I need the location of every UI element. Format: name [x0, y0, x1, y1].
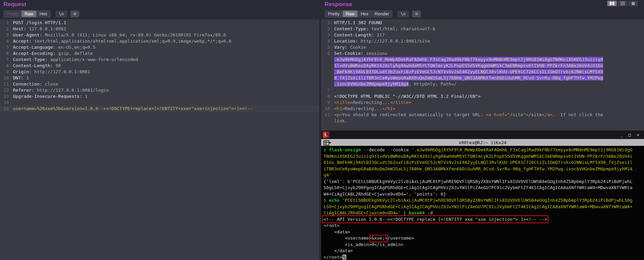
- code-segment: </title>: [390, 100, 411, 105]
- terminal-text: </data>: [324, 248, 353, 253]
- code-segment: session=: [363, 51, 387, 56]
- code-text: 8_f4jZsei1liTBR3nCe0yoWepG0aBX0uQmZmW2Ga…: [332, 75, 603, 81]
- code-segment: DNT:: [13, 75, 23, 80]
- tab-render[interactable]: Render: [371, 11, 392, 17]
- terminal-segment: -d: [425, 210, 432, 215]
- tab-raw[interactable]: Raw: [343, 11, 358, 17]
- rows-icon: [621, 2, 625, 5]
- line-number: 9: [0, 69, 11, 75]
- code-text: .ivocbVHGnbeZMdpmpe9jyhM1Ag4; HttpOnly; …: [332, 81, 457, 87]
- code-segment: </a>: [542, 112, 552, 117]
- layout-toolbar: [607, 1, 638, 6]
- terminal-text: S0gLS0+Cjxyb290PgogICAgPGRhdGE+CiAgICAgI…: [324, 185, 632, 190]
- terminal-segment: LS0+Cjxyb290PgogICAgPGRhdGE+CiAgICAgICAg…: [324, 204, 632, 209]
- terminal-segment: ❯: [324, 147, 326, 152]
- terminal-text: W4+CiAgICA8L2RhdGE+Cjwvcm9vdD4=', 'point…: [324, 192, 446, 197]
- code-segment: text/html; charset=utf-8: [369, 26, 435, 31]
- line-number: 3: [0, 32, 11, 38]
- code-segment: Accept-Encoding:: [13, 51, 55, 56]
- request-editor-menu-button[interactable]: ≡: [70, 11, 79, 17]
- terminal-segment: TN0KniXSKEGJ3uiziq911vdVsBWRexDAyRKt4JXz…: [324, 154, 632, 159]
- terminal-app-icon: $_: [323, 132, 329, 138]
- terminal-segment: [326, 198, 329, 203]
- terminal-text: <!-- API Version 1.0.0--><!DOCTYPE repla…: [324, 217, 547, 222]
- columns-view-button[interactable]: [607, 1, 617, 6]
- response-editor-menu-button[interactable]: ≡: [412, 11, 421, 17]
- terminal-line: <data>: [324, 229, 644, 235]
- code-segment: /site: [528, 112, 542, 117]
- terminal-segment: ❯: [324, 198, 326, 203]
- code-segment: en-US,en;q=0.5: [55, 45, 95, 50]
- terminal-title: x00tex@RJ:~ 116x24: [459, 140, 507, 145]
- code-segment: You should be redirected automatically t…: [342, 112, 486, 117]
- terminal-segment: </root>: [324, 255, 342, 260]
- code-text: Accept-Language: en-US,en;q=0.5: [11, 44, 96, 50]
- code-text: Content-Type: text/html; charset=utf-8: [332, 26, 435, 32]
- close-button[interactable]: ×: [637, 133, 639, 137]
- tab-raw[interactable]: Raw: [21, 11, 36, 17]
- terminal-line: TN0KniXSKEGJ3uiziq911vdVsBWRexDAyRKt4JXz…: [324, 153, 644, 160]
- terminal-line: <!-- API Version 1.0.0--><!DOCTYPE repla…: [324, 216, 644, 223]
- code-segment: 8_f4jZsei1liTBR3nCe0yoWepG0aBX0uQmZmW2Ga…: [334, 75, 603, 80]
- request-editor[interactable]: 1POST /login HTTP/1.12Host: 127.0.0.1:80…: [0, 19, 319, 260]
- code-text: <!DOCTYPE HTML PUBLIC "-//W3C//DTD HTML …: [332, 93, 480, 100]
- line-number: 13: [0, 93, 11, 100]
- terminal-tab-bar: x00tex@RJ:~ 116x24: [321, 139, 644, 146]
- code-segment: 1: [82, 94, 88, 99]
- terminal-line: <is_admin>0</is_admin>: [324, 242, 644, 248]
- code-segment: http://127.0.0.1:8081/site: [358, 39, 430, 44]
- request-newline-toggle-button[interactable]: \n: [55, 11, 67, 17]
- terminal-text: iTBR3nCe0yoWepG0aBX0uQmZmW2GaL5j788He_QN…: [324, 166, 632, 171]
- code-line: 4Accept: text/html,application/xhtml+xml…: [0, 38, 319, 44]
- terminal-text: CiAgICA8L2RhdGE+Cjwvcm9vdD4=' | base64 -…: [324, 210, 433, 215]
- code-text: .eJw9kMGOgjAYhF9l0_MeWpXDekRaFAOmhb_F3sC…: [332, 57, 603, 63]
- code-line: 13Upgrade-Insecure-Requests: 1: [0, 93, 319, 100]
- code-text: Upgrade-Insecure-Requests: 1: [11, 93, 87, 100]
- code-text: POST /login HTTP/1.1: [11, 20, 66, 26]
- minimize-button[interactable]: _: [620, 133, 623, 137]
- response-newline-toggle-button[interactable]: \n: [397, 11, 409, 17]
- code-segment: <h1>: [334, 106, 345, 111]
- request-panel: Request PrettyRawHex \n ≡ 1POST /login H…: [0, 0, 319, 260]
- response-view-tabs: PrettyRawHexRender: [325, 10, 393, 18]
- terminal-titlebar[interactable]: $_ _□×: [321, 131, 644, 139]
- terminal-text: </root>%: [324, 255, 346, 260]
- code-segment: </h1>: [382, 106, 395, 111]
- terminal-body[interactable]: ❯ flask-unsign --decode --cookie '.eJw9k…: [321, 146, 644, 260]
- terminal-segment: [326, 147, 329, 152]
- maximize-button[interactable]: □: [629, 133, 631, 137]
- code-segment: <!DOCTYPE HTML PUBLIC "-//W3C//DTD HTML …: [334, 94, 480, 99]
- code-text: Vary: Cookie: [332, 44, 366, 50]
- line-number: 8: [321, 93, 332, 100]
- terminal-line: iTBR3nCe0yoWepG0aBX0uQmZmW2GaL5j788He_QN…: [324, 166, 644, 172]
- code-segment: _BmFk0Kj9AVLB33OLudt3b2uxFi8zPzEVeGC5JcN…: [334, 69, 603, 74]
- code-line: 8<!DOCTYPE HTML PUBLIC "-//W3C//DTD HTML…: [321, 93, 644, 100]
- terminal-line: ❯ echo 'PCEtLSBBUEkgVmVyc2lvbiAxLjAuMC0t…: [324, 197, 644, 204]
- code-text: Origin: http://127.0.0.1:8081: [11, 69, 90, 75]
- line-number: [321, 69, 332, 75]
- code-segment: Content-Length:: [334, 32, 374, 37]
- line-number: 11: [321, 112, 332, 118]
- chevron-down-icon[interactable]: [329, 142, 331, 144]
- single-view-button[interactable]: [628, 1, 638, 6]
- rows-view-button[interactable]: [618, 1, 627, 6]
- tab-hex[interactable]: Hex: [36, 11, 50, 17]
- hamburger-icon: ≡: [415, 11, 418, 16]
- code-line: 5Vary: Cookie: [321, 44, 644, 50]
- line-number: [321, 118, 332, 124]
- code-text: Set-Cookie: session=: [332, 50, 387, 57]
- terminal-cursor: %: [342, 255, 346, 260]
- tab-hex[interactable]: Hex: [358, 11, 371, 17]
- code-segment: User-Agent:: [13, 32, 42, 37]
- code-text: <title>Redirecting...</title>: [332, 100, 411, 106]
- line-number: 1: [0, 20, 11, 26]
- code-segment: ; HttpOnly; Path=/: [409, 81, 457, 87]
- code-segment: <a href=: [486, 112, 507, 117]
- code-segment: gzip, deflate: [55, 51, 93, 56]
- code-text: Content-Type: application/x-www-form-url…: [11, 57, 138, 63]
- terminal-text: <is_admin>0</is_admin>: [324, 242, 403, 247]
- terminal-line: g4': [324, 172, 644, 179]
- code-line: 3Content-Length: 217: [321, 32, 644, 38]
- tab-pretty[interactable]: Pretty: [325, 11, 343, 17]
- code-segment: 1: [23, 75, 29, 80]
